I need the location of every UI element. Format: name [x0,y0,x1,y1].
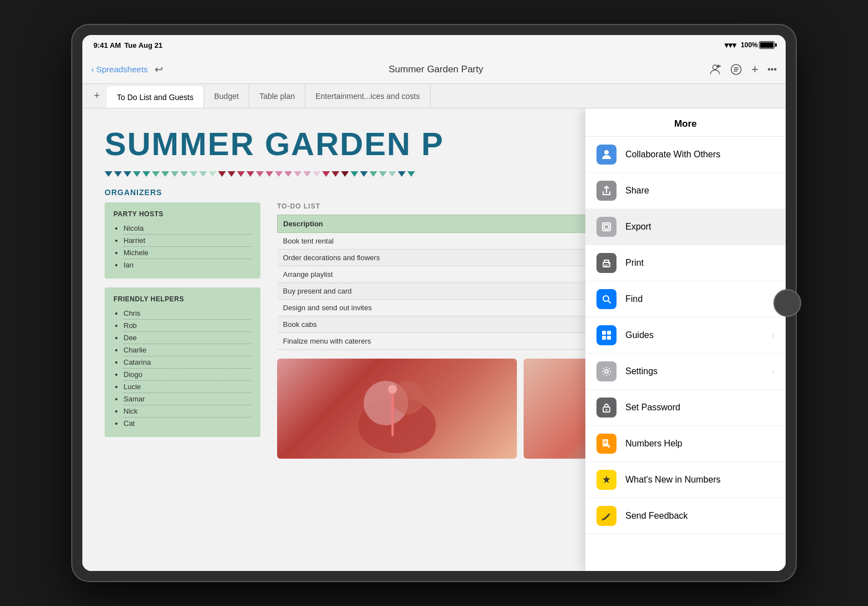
svg-rect-20 [604,266,607,266]
svg-point-21 [608,263,609,264]
whats-new-icon [596,470,617,490]
svg-point-29 [606,409,608,411]
status-bar-left: 9:41 AM Tue Aug 21 [93,41,162,49]
menu-item-help[interactable]: Numbers Help [585,426,786,462]
svg-point-27 [605,370,608,373]
help-label: Numbers Help [625,439,775,449]
menu-item-password[interactable]: Set Password [585,390,786,426]
feedback-label: Send Feedback [625,511,775,521]
tab-table-plan-label: Table plan [259,92,295,101]
guides-label: Guides [625,330,763,340]
status-date: Tue Aug 21 [124,41,162,49]
tab-add-button[interactable]: + [87,84,107,108]
tab-budget[interactable]: Budget [204,84,249,108]
tab-table-plan[interactable]: Table plan [249,84,305,108]
collaborate-icon [596,145,617,165]
help-icon [596,434,617,454]
more-button[interactable]: ••• [767,64,777,74]
password-icon [596,398,617,418]
svg-point-15 [604,150,609,155]
tab-add-icon: + [94,90,100,102]
status-bar-right: ▾▾▾ 100% [724,41,775,49]
find-icon [596,289,617,309]
main-area: SUMMER GARDEN P [82,108,786,571]
document-title: Summer Garden Party [170,64,703,75]
export-icon [596,217,617,237]
tab-entertainment[interactable]: Entertainment...ices and costs [305,84,431,108]
battery-fill [760,42,773,48]
more-icon: ••• [767,64,777,74]
menu-item-share[interactable]: Share [585,173,786,209]
menu-overlay: More Collaborate With Others [82,108,786,571]
status-bar: 9:41 AM Tue Aug 21 ▾▾▾ 100% [82,35,786,55]
find-label: Find [625,294,775,304]
menu-item-export[interactable]: Export [585,209,786,245]
svg-rect-17 [604,225,609,229]
menu-item-find[interactable]: Find [585,281,786,317]
svg-rect-23 [602,331,606,335]
battery-body [759,41,775,49]
tab-budget-label: Budget [214,92,239,101]
toolbar-actions: + ••• [709,62,777,77]
settings-icon [596,361,617,381]
settings-chevron-icon: › [772,367,775,376]
share-icon [596,181,617,201]
tab-todo-list[interactable]: To Do List and Guests [107,86,204,108]
svg-rect-26 [607,336,611,340]
battery-icon: 100% [741,41,775,49]
guides-icon [596,325,617,345]
export-label: Export [625,222,775,232]
add-button[interactable]: + [751,62,758,77]
back-button[interactable]: ‹ Spreadsheets [91,64,148,74]
svg-rect-32 [604,442,607,443]
menu-item-guides[interactable]: Guides › [585,317,786,354]
print-icon [596,253,617,273]
undo-button[interactable]: ↩ [155,63,163,76]
undo-icon: ↩ [155,63,163,76]
feedback-icon [596,506,617,526]
collaborate-label: Collaborate With Others [625,150,775,160]
battery-percent: 100% [741,41,758,49]
share-label: Share [625,186,775,196]
menu-item-feedback[interactable]: Send Feedback [585,498,786,534]
menu-item-collaborate[interactable]: Collaborate With Others [585,137,786,173]
tab-todo-label: To Do List and Guests [117,93,194,102]
back-arrow-icon: ‹ [91,64,94,74]
ipad-frame: 9:41 AM Tue Aug 21 ▾▾▾ 100% ‹ Spreadshee… [72,25,796,581]
svg-rect-33 [604,443,606,444]
format-button[interactable] [730,63,742,76]
more-menu: More Collaborate With Others [585,108,786,571]
collaborate-button[interactable] [709,63,721,76]
svg-rect-25 [602,336,606,340]
menu-item-print[interactable]: Print [585,245,786,281]
password-label: Set Password [625,403,775,413]
svg-point-0 [713,65,717,69]
print-label: Print [625,258,775,268]
wifi-icon: ▾▾▾ [724,41,736,49]
whats-new-label: What's New in Numbers [625,475,775,485]
settings-label: Settings [625,366,763,376]
guides-chevron-icon: › [772,331,775,340]
status-time: 9:41 AM [93,41,121,49]
tabs-bar: + To Do List and Guests Budget Table pla… [82,84,786,108]
svg-rect-24 [607,331,611,335]
ipad-screen: 9:41 AM Tue Aug 21 ▾▾▾ 100% ‹ Spreadshee… [82,35,786,571]
svg-rect-31 [604,441,607,441]
menu-item-whats-new[interactable]: What's New in Numbers [585,462,786,498]
tab-entertainment-label: Entertainment...ices and costs [315,92,420,101]
more-menu-title: More [585,108,786,137]
svg-rect-19 [604,265,609,265]
back-label: Spreadsheets [96,64,148,74]
add-icon: + [751,62,758,77]
toolbar: ‹ Spreadsheets ↩ Summer Garden Party [82,55,786,84]
home-button[interactable] [773,289,801,317]
menu-item-settings[interactable]: Settings › [585,354,786,390]
